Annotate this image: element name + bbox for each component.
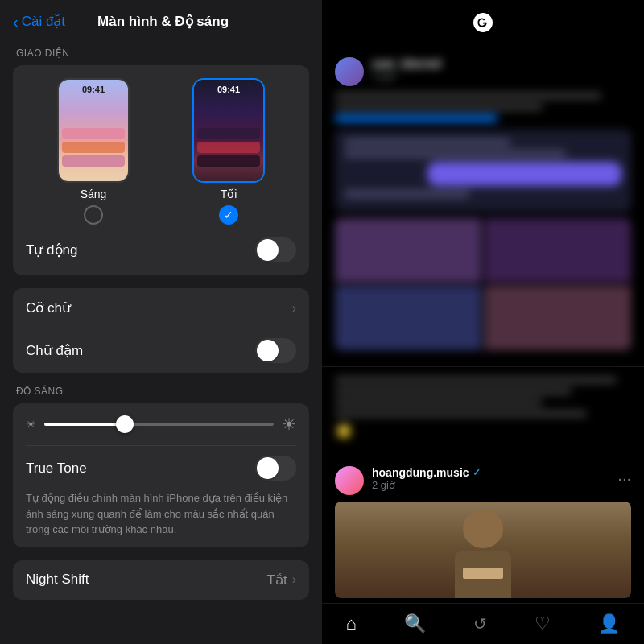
- dstrip-2: [197, 142, 260, 153]
- dark-phone-time: 09:41: [194, 85, 263, 94]
- purple-bubble: [427, 162, 621, 186]
- post-content-blurred-1: [335, 93, 631, 350]
- username-text-3: hoangdung.music: [372, 466, 469, 479]
- chat-line-1: [345, 139, 510, 146]
- auto-toggle-knob: [257, 239, 279, 261]
- username-3: hoangdung.music ✓: [372, 466, 609, 479]
- head-shape: [463, 510, 503, 548]
- auto-toggle-row: Tự động: [26, 234, 296, 262]
- avatar-1: [335, 57, 364, 86]
- feed-post-2: 🌟: [322, 367, 644, 456]
- bold-text-toggle-knob: [257, 340, 279, 361]
- dstrip-1: [197, 128, 260, 139]
- post-header-1: user_blurred 3 giờ: [335, 57, 631, 86]
- dark-wallpaper: [194, 125, 263, 181]
- true-tone-row: True Tone: [13, 446, 309, 490]
- settings-content: GIAO DIỆN 09:41 S: [0, 36, 322, 644]
- true-tone-description: Tự động điều chỉnh màn hình iPhone dựa t…: [13, 490, 309, 547]
- bold-text-row: Chữ đậm: [13, 328, 309, 373]
- left-panel: ‹ Cài đặt Màn hình & Độ sáng GIAO DIỆN 0…: [0, 0, 322, 644]
- true-tone-label: True Tone: [26, 460, 87, 477]
- feed-post-1: user_blurred 3 giờ: [322, 47, 644, 367]
- profile-nav-icon[interactable]: 👤: [598, 613, 620, 634]
- strip-3: [62, 155, 125, 167]
- avatar-3: [335, 466, 364, 495]
- font-size-chevron-icon: ›: [292, 301, 296, 316]
- dark-phone-preview: 09:41: [192, 78, 265, 183]
- brightness-slider-row: ☀ ☀: [13, 403, 309, 445]
- sun-large-icon: ☀: [282, 415, 296, 434]
- brightness-fill: [44, 423, 125, 426]
- right-panel: user_blurred 3 giờ: [322, 0, 644, 644]
- night-shift-card: Night Shift Tắt ›: [13, 560, 309, 600]
- chat-line-3: [345, 191, 469, 197]
- chat-line-2: [345, 151, 566, 157]
- nav-bar: ‹ Cài đặt Màn hình & Độ sáng: [0, 0, 322, 36]
- avatar-img-1: [335, 57, 364, 86]
- strip-2: [62, 142, 125, 153]
- light-screen: 09:41: [59, 80, 128, 181]
- img-placeholder-1: [335, 218, 481, 283]
- night-shift-value: Tắt: [267, 572, 287, 588]
- post-options-button[interactable]: ...: [617, 466, 631, 485]
- username-1: user_blurred: [372, 57, 631, 70]
- avatar-img-3: [335, 466, 364, 495]
- dark-theme-radio[interactable]: ✓: [219, 205, 238, 225]
- font-size-row[interactable]: Cỡ chữ ›: [13, 288, 309, 328]
- true-tone-toggle-knob: [257, 457, 279, 479]
- home-nav-icon[interactable]: ⌂: [346, 613, 357, 634]
- compose-nav-icon[interactable]: ↺: [473, 614, 487, 634]
- true-tone-toggle[interactable]: [255, 456, 296, 481]
- post-meta-3: hoangdung.music ✓ 2 giờ: [372, 466, 609, 491]
- threads-header: [322, 0, 644, 47]
- threads-logo-icon: [470, 10, 496, 41]
- brightness-section-label: ĐỘ SÁNG: [13, 386, 309, 397]
- search-nav-icon[interactable]: 🔍: [404, 613, 426, 634]
- img-placeholder-3: [335, 286, 481, 350]
- night-shift-value-group: Tắt ›: [267, 572, 296, 588]
- light-phone-time: 09:41: [59, 85, 128, 94]
- post-time-3: 2 giờ: [372, 479, 609, 491]
- back-chevron-icon: ‹: [13, 14, 19, 30]
- light-phone-preview: 09:41: [57, 78, 130, 183]
- bold-text-label: Chữ đậm: [26, 342, 83, 359]
- font-size-label: Cỡ chữ: [26, 299, 71, 316]
- image-grid: [335, 218, 631, 350]
- back-button[interactable]: ‹ Cài đặt: [13, 13, 65, 30]
- img-placeholder-2: [485, 218, 631, 283]
- dark-theme-option[interactable]: 09:41 Tối ✓: [192, 78, 265, 225]
- brightness-thumb[interactable]: [116, 415, 134, 433]
- brightness-slider[interactable]: [44, 423, 274, 426]
- post-content-blurred-2: 🌟: [335, 377, 631, 440]
- font-card: Cỡ chữ › Chữ đậm: [13, 288, 309, 373]
- back-label: Cài đặt: [22, 13, 65, 30]
- bold-text-toggle[interactable]: [255, 338, 296, 363]
- chat-bubble-area: [335, 130, 631, 212]
- username-text-1: user_blurred: [372, 57, 441, 70]
- dark-theme-label: Tối: [221, 188, 237, 200]
- night-shift-chevron-icon: ›: [292, 572, 296, 587]
- light-wallpaper: [59, 125, 128, 181]
- auto-toggle[interactable]: [255, 237, 296, 262]
- appearance-section-label: GIAO DIỆN: [13, 47, 309, 59]
- dstrip-3: [197, 155, 260, 167]
- post-header-3: hoangdung.music ✓ 2 giờ ...: [335, 466, 631, 495]
- light-theme-radio[interactable]: [84, 205, 103, 225]
- sun-small-icon: ☀: [26, 418, 36, 431]
- feed-scroll[interactable]: user_blurred 3 giờ: [322, 47, 644, 603]
- feed-post-3: hoangdung.music ✓ 2 giờ ...: [322, 456, 644, 603]
- brightness-card: ☀ ☀ True Tone Tự động điều chỉnh màn hìn…: [13, 403, 309, 547]
- bottom-nav: ⌂ 🔍 ↺ ♡ 👤: [322, 603, 644, 644]
- img-placeholder-4: [485, 286, 631, 350]
- theme-row: 09:41 Sáng: [26, 78, 296, 225]
- verified-badge-icon: ✓: [473, 467, 481, 478]
- dark-screen: 09:41: [194, 80, 263, 181]
- night-shift-row[interactable]: Night Shift Tắt ›: [13, 560, 309, 600]
- page-title: Màn hình & Độ sáng: [65, 13, 261, 30]
- post-time-1: 3 giờ: [372, 70, 631, 82]
- night-shift-label: Night Shift: [26, 572, 89, 588]
- post-image-3: [335, 502, 631, 598]
- auto-label: Tự động: [26, 242, 77, 258]
- likes-nav-icon[interactable]: ♡: [535, 613, 551, 634]
- light-theme-option[interactable]: 09:41 Sáng: [57, 78, 130, 225]
